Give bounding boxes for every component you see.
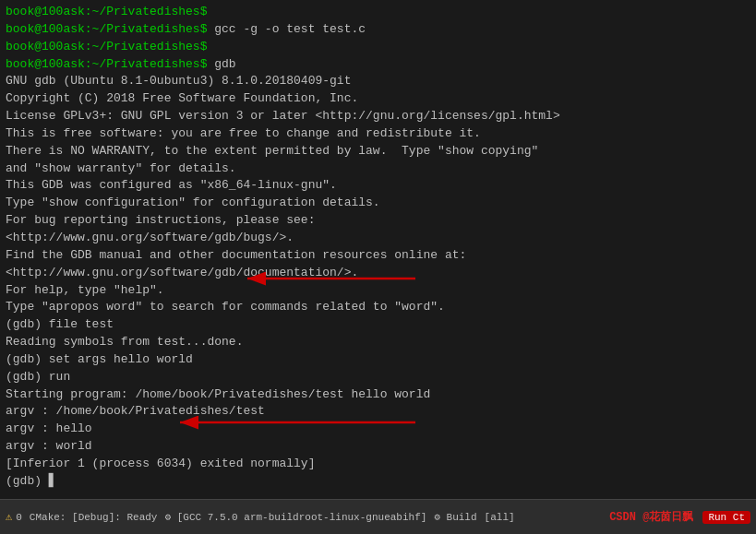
status-warning: ⚠ 0 — [6, 510, 22, 524]
terminal-content: book@100ask:~/Privatedishes$book@100ask:… — [6, 4, 750, 491]
terminal-line: Starting program: /home/book/Privatedish… — [6, 386, 750, 404]
terminal-text: Starting program: /home/book/Privatedish… — [6, 387, 430, 401]
terminal-text: (gdb) file test — [6, 317, 114, 331]
terminal-line: book@100ask:~/Privatedishes$ — [6, 4, 750, 21]
terminal-line: This is free software: you are free to c… — [6, 125, 750, 143]
terminal-text: For help, type "help". — [6, 283, 164, 297]
terminal-line: argv : world — [6, 438, 750, 456]
terminal-text: License GPLv3+: GNU GPL version 3 or lat… — [6, 109, 560, 123]
terminal-text: book@100ask:~/Privatedishes$ — [6, 22, 207, 36]
terminal-line: (gdb) run — [6, 369, 750, 386]
terminal-line: (gdb) set args hello world — [6, 351, 750, 369]
terminal-text: argv : world — [6, 439, 92, 453]
terminal-line: [Inferior 1 (process 6034) exited normal… — [6, 456, 750, 473]
terminal-line: book@100ask:~/Privatedishes$ — [6, 39, 750, 56]
terminal-line: Find the GDB manual and other documentat… — [6, 247, 750, 265]
status-bar: ⚠ 0 CMake: [Debug]: Ready ⚙ [GCC 7.5.0 a… — [0, 499, 756, 534]
terminal-text: (gdb) run — [6, 370, 70, 384]
terminal-text: (gdb) set args hello world — [6, 352, 193, 366]
terminal-text: There is NO WARRANTY, to the extent perm… — [6, 144, 538, 158]
terminal-line: book@100ask:~/Privatedishes$ gcc -g -o t… — [6, 21, 750, 39]
terminal-line: (gdb) file test — [6, 316, 750, 334]
terminal-line: Copyright (C) 2018 Free Software Foundat… — [6, 90, 750, 108]
terminal-text: argv : hello — [6, 421, 92, 435]
terminal-text: For bug reporting instructions, please s… — [6, 213, 315, 227]
terminal-line: (gdb) ▋ — [6, 473, 750, 491]
terminal-line: There is NO WARRANTY, to the extent perm… — [6, 143, 750, 160]
terminal-line: Reading symbols from test...done. — [6, 334, 750, 351]
terminal-line: Type "show configuration" for configurat… — [6, 195, 750, 212]
terminal-line: <http://www.gnu.org/software/gdb/documen… — [6, 265, 750, 282]
status-cmake[interactable]: CMake: [Debug]: Ready — [30, 512, 158, 523]
terminal-text: (gdb) ▋ — [6, 474, 56, 488]
run-ct-badge[interactable]: Run Ct — [702, 511, 750, 524]
csdn-badge: CSDN @花茵日飘 — [609, 509, 693, 525]
terminal-text: Find the GDB manual and other documentat… — [6, 248, 466, 262]
terminal-line: For help, type "help". — [6, 282, 750, 300]
terminal-line: For bug reporting instructions, please s… — [6, 212, 750, 230]
build-label: ⚙ Build — [434, 511, 476, 523]
gcc-label: ⚙ [GCC 7.5.0 arm-buildroot-linux-gnueabi… — [164, 511, 426, 523]
warning-count: 0 — [16, 512, 22, 523]
terminal-text: Type "apropos word" to search for comman… — [6, 300, 445, 314]
terminal-window: book@100ask:~/Privatedishes$book@100ask:… — [0, 0, 756, 499]
terminal-line: <http://www.gnu.org/software/gdb/bugs/>. — [6, 230, 750, 247]
terminal-text: argv : /home/book/Privatedishes/test — [6, 404, 265, 418]
terminal-text: This is free software: you are free to c… — [6, 126, 481, 140]
terminal-line: License GPLv3+: GNU GPL version 3 or lat… — [6, 108, 750, 125]
terminal-text: This GDB was configured as "x86_64-linux… — [6, 178, 337, 192]
terminal-text: Copyright (C) 2018 Free Software Foundat… — [6, 91, 358, 105]
terminal-text: <http://www.gnu.org/software/gdb/bugs/>. — [6, 231, 294, 244]
terminal-text: <http://www.gnu.org/software/gdb/documen… — [6, 266, 358, 279]
terminal-text: GNU gdb (Ubuntu 8.1-0ubuntu3) 8.1.0.2018… — [6, 74, 351, 88]
terminal-line: argv : hello — [6, 421, 750, 438]
warning-icon: ⚠ — [6, 510, 12, 524]
terminal-line: Type "apropos word" to search for comman… — [6, 299, 750, 316]
terminal-text: gdb — [207, 57, 235, 71]
all-label: [all] — [485, 512, 515, 523]
cmake-label: CMake: [Debug]: Ready — [30, 512, 158, 523]
terminal-line: argv : /home/book/Privatedishes/test — [6, 403, 750, 421]
terminal-text: [Inferior 1 (process 6034) exited normal… — [6, 457, 315, 470]
status-gcc[interactable]: ⚙ [GCC 7.5.0 arm-buildroot-linux-gnueabi… — [164, 511, 426, 523]
terminal-line: GNU gdb (Ubuntu 8.1-0ubuntu3) 8.1.0.2018… — [6, 73, 750, 90]
terminal-text: book@100ask:~/Privatedishes$ — [6, 57, 207, 71]
terminal-line: book@100ask:~/Privatedishes$ gdb — [6, 56, 750, 74]
terminal-text: Type "show configuration" for configurat… — [6, 196, 380, 209]
terminal-text: Reading symbols from test...done. — [6, 335, 243, 349]
terminal-text: book@100ask:~/Privatedishes$ — [6, 40, 207, 53]
terminal-text: book@100ask:~/Privatedishes$ — [6, 5, 207, 18]
terminal-line: and "show warranty" for details. — [6, 160, 750, 178]
terminal-text: and "show warranty" for details. — [6, 161, 236, 175]
terminal-text: gcc -g -o test test.c — [207, 22, 366, 36]
terminal-line: This GDB was configured as "x86_64-linux… — [6, 177, 750, 195]
status-all: [all] — [485, 512, 515, 523]
status-right-area: CSDN @花茵日飘 Run Ct — [609, 509, 750, 525]
status-build[interactable]: ⚙ Build — [434, 511, 476, 523]
